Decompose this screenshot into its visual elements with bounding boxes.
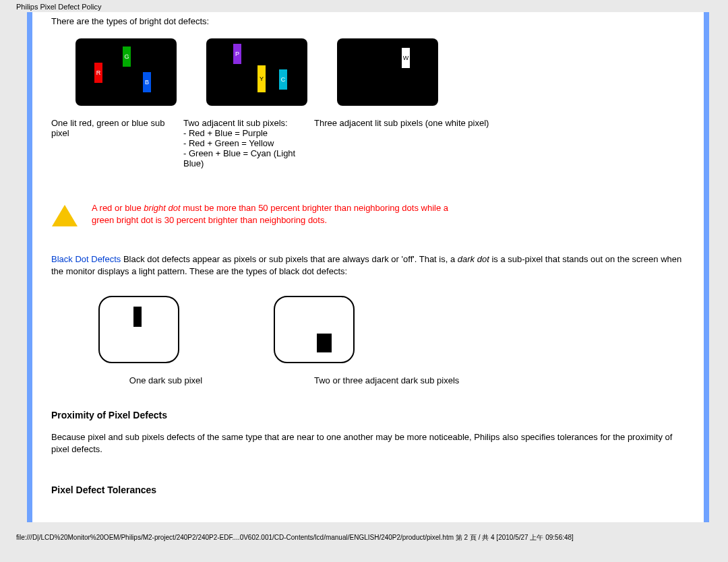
left-blue-bar xyxy=(27,12,32,522)
figure-pyc-subpixels: P Y C xyxy=(206,38,307,106)
right-blue-bar xyxy=(704,12,709,522)
figure-multi-dark xyxy=(274,296,355,363)
tolerances-heading: Pixel Defect Tolerances xyxy=(51,485,682,495)
footer-path: file:///D|/LCD%20Monitor%20OEM/Philips/M… xyxy=(0,529,728,548)
subpixel-yellow: Y xyxy=(257,65,266,92)
page-header: Philips Pixel Defect Policy xyxy=(0,0,728,12)
caption-three-adjacent: Three adjacent lit sub pixels (one white… xyxy=(314,118,682,168)
caption-two-adjacent: Two adjacent lit sub pixels: - Red + Blu… xyxy=(183,118,314,168)
dark-subpixel-block xyxy=(317,334,332,352)
subpixel-cyan: C xyxy=(279,69,287,90)
subpixel-white: W xyxy=(402,48,410,68)
right-gutter xyxy=(685,12,704,522)
figure-white-pixel: W xyxy=(337,38,438,106)
warning-text: A red or blue bright dot must be more th… xyxy=(92,202,449,226)
bright-figures-row: R G B P Y C W xyxy=(75,38,682,106)
main-content: There are the types of bright dot defect… xyxy=(51,12,685,522)
warning-row: A red or blue bright dot must be more th… xyxy=(51,202,682,226)
subpixel-red: R xyxy=(94,63,102,83)
figure-rgb-subpixels: R G B xyxy=(75,38,177,106)
dark-subpixel-single xyxy=(133,307,142,327)
intro-line: There are the types of bright dot defect… xyxy=(51,16,682,26)
subpixel-green: G xyxy=(123,46,131,67)
proximity-body: Because pixel and sub pixels defects of … xyxy=(51,431,682,455)
caption-one-lit: One lit red, green or blue sub pixel xyxy=(51,118,183,168)
subpixel-blue: B xyxy=(143,72,151,92)
dark-captions-row: One dark sub pixel Two or three adjacent… xyxy=(51,375,682,385)
caption-one-dark: One dark sub pixel xyxy=(51,375,280,385)
caption-multi-dark: Two or three adjacent dark sub pixels xyxy=(280,375,682,385)
dark-figures-row xyxy=(98,296,682,363)
proximity-heading: Proximity of Pixel Defects xyxy=(51,410,682,420)
warning-icon xyxy=(52,205,78,226)
document-frame: There are the types of bright dot defect… xyxy=(27,12,709,522)
black-dot-heading: Black Dot Defects xyxy=(51,254,121,264)
left-gutter xyxy=(32,12,51,522)
bright-captions-row: One lit red, green or blue sub pixel Two… xyxy=(51,118,682,168)
black-dot-paragraph: Black Dot Defects Black dot defects appe… xyxy=(51,253,682,277)
subpixel-purple: P xyxy=(233,44,241,64)
figure-one-dark xyxy=(98,296,179,363)
